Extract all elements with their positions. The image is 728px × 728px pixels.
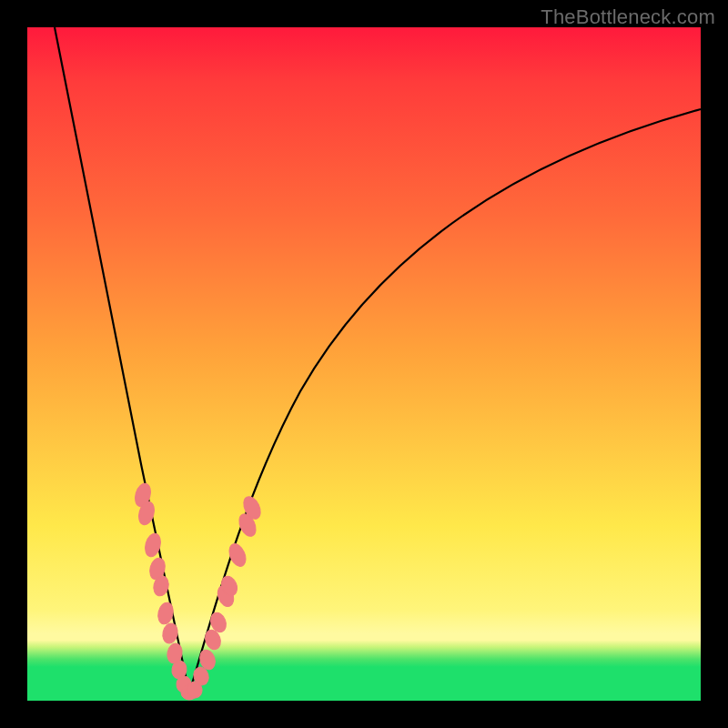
svg-point-18 <box>227 541 249 569</box>
outer-frame: TheBottleneck.com <box>0 0 728 728</box>
svg-point-6 <box>161 622 179 645</box>
plot-area <box>27 27 701 701</box>
curve-left-branch <box>55 27 189 693</box>
watermark-text: TheBottleneck.com <box>541 5 715 29</box>
marker-cluster <box>133 481 264 700</box>
svg-point-5 <box>157 602 176 626</box>
curve-right-branch <box>189 109 701 693</box>
curve-layer <box>27 27 701 701</box>
